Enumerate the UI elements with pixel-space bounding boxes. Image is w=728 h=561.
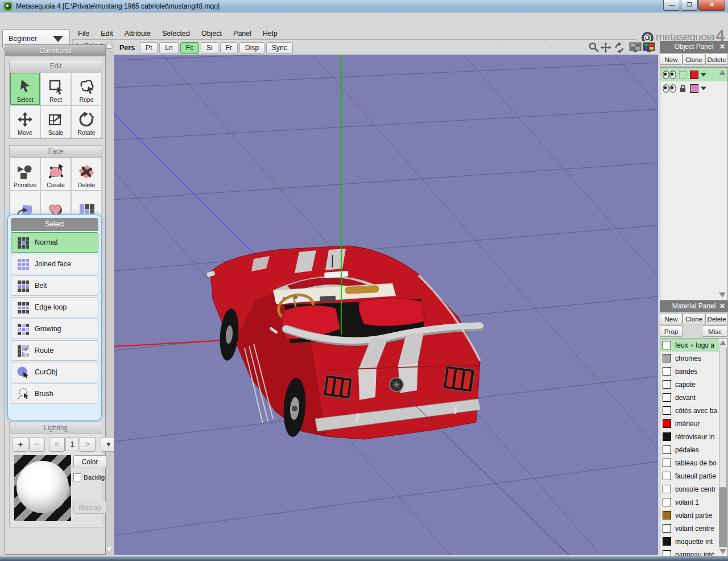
scrollbar-thumb[interactable]: [719, 348, 727, 488]
scroll-up-icon[interactable]: [719, 70, 726, 75]
object-delete-button[interactable]: Delete: [705, 53, 728, 65]
scroll-down-icon[interactable]: [719, 549, 726, 554]
material-scrollbar[interactable]: [718, 339, 727, 556]
object-clone-button[interactable]: Clone: [682, 53, 705, 65]
popup-item-route[interactable]: Route: [11, 340, 98, 361]
view-mode-button[interactable]: Pers: [119, 41, 135, 55]
popup-item-belt[interactable]: Belt: [11, 275, 98, 296]
toolbar-fc[interactable]: Fc: [180, 42, 199, 54]
delete-face-button[interactable]: Delete: [71, 158, 102, 191]
menu-edit[interactable]: Edit: [95, 28, 119, 39]
material-new-button[interactable]: New: [660, 313, 682, 324]
popup-item-brush[interactable]: Brush: [11, 383, 98, 404]
material-row[interactable]: moquette int: [660, 535, 719, 548]
orbit-icon[interactable]: [616, 42, 623, 53]
popup-item-joined-face[interactable]: Joined face: [11, 254, 98, 274]
maximize-button[interactable]: ❐: [681, 0, 698, 11]
menu-file[interactable]: File: [72, 28, 95, 39]
matcap-button[interactable]: Matcap: [73, 501, 106, 514]
menu-attribute[interactable]: Attribute: [119, 28, 157, 39]
select-button[interactable]: Select: [10, 72, 40, 105]
popup-item-edge-loop[interactable]: Edge loop: [11, 297, 98, 317]
toolbar-pt[interactable]: Pt: [140, 42, 158, 54]
light-next-button[interactable]: >: [80, 437, 96, 452]
light-prev-button[interactable]: <: [49, 437, 65, 452]
scroll-down-icon[interactable]: [719, 292, 726, 298]
material-row[interactable]: console centr: [660, 482, 719, 496]
material-row[interactable]: chromes: [660, 352, 719, 365]
toolbar-sync[interactable]: Sync: [266, 42, 293, 54]
object-panel-close-icon[interactable]: ✕: [719, 41, 725, 53]
toolbar-si[interactable]: Si: [201, 42, 218, 54]
menu-selected[interactable]: Selected: [156, 28, 196, 39]
object-row[interactable]: [660, 68, 727, 81]
material-row[interactable]: intérieur: [660, 417, 719, 430]
material-row[interactable]: côtés avec ba: [660, 404, 719, 417]
close-button[interactable]: ✕: [698, 0, 725, 11]
material-row[interactable]: bandes: [660, 365, 719, 378]
menu-panel[interactable]: Panel: [228, 28, 257, 39]
rect-button[interactable]: Rect: [40, 72, 71, 105]
popup-item-growing[interactable]: Growing: [11, 319, 98, 339]
edge-loop-icon: [16, 301, 29, 314]
zoom-icon[interactable]: [590, 43, 598, 52]
visibility-eyes-icon[interactable]: [662, 84, 677, 93]
object-color-swatch[interactable]: [690, 84, 698, 93]
chevron-down-icon: [53, 36, 63, 42]
material-row[interactable]: volant 1: [660, 496, 719, 509]
rope-button[interactable]: Rope: [71, 72, 102, 105]
light-index-field[interactable]: 1: [65, 438, 79, 451]
material-row[interactable]: tableau de bo: [660, 456, 719, 469]
object-color-swatch[interactable]: [690, 71, 698, 79]
light-add-button[interactable]: +: [13, 437, 28, 452]
create-face-button[interactable]: Create: [40, 158, 71, 191]
object-row[interactable]: [660, 81, 727, 95]
toolbar-disp[interactable]: Disp: [239, 42, 264, 54]
material-row[interactable]: devant: [660, 391, 719, 404]
chevron-down-icon[interactable]: [701, 73, 706, 76]
material-row[interactable]: feux + logo a: [660, 339, 719, 352]
pan-icon[interactable]: [601, 42, 611, 53]
material-misc-button[interactable]: Misc: [702, 325, 728, 337]
toolbar-fr[interactable]: Fr: [220, 42, 238, 54]
taillight-right: [443, 366, 474, 393]
scrollbar-track[interactable]: [719, 488, 727, 547]
lock-icon[interactable]: [679, 84, 686, 93]
primitive-button[interactable]: Primitive: [10, 158, 40, 191]
menu-help[interactable]: Help: [257, 28, 283, 39]
unlock-placeholder-icon[interactable]: [679, 71, 686, 79]
move-button[interactable]: Move: [10, 105, 40, 138]
scale-button[interactable]: Scale: [40, 105, 71, 138]
material-row[interactable]: rétroviseur in: [660, 430, 719, 443]
material-row[interactable]: volant centre: [660, 522, 719, 535]
light-color-button[interactable]: Color: [73, 455, 106, 468]
visibility-eyes-icon[interactable]: [662, 71, 677, 79]
material-prop-button[interactable]: Prop: [660, 325, 682, 337]
viewport-3d[interactable]: [114, 55, 658, 555]
toolbar-ln[interactable]: Ln: [159, 42, 178, 54]
material-clone-button[interactable]: Clone: [682, 313, 705, 324]
popup-item-normal[interactable]: Normal: [11, 232, 98, 253]
material-row[interactable]: fauteuil partie: [660, 469, 719, 482]
light-preview[interactable]: [14, 455, 71, 521]
minimize-button[interactable]: —: [663, 0, 680, 11]
quad-view-icon[interactable]: [643, 43, 655, 52]
chevron-down-icon[interactable]: [701, 86, 706, 90]
light-remove-button[interactable]: −: [29, 437, 45, 452]
material-row[interactable]: volant partie: [660, 509, 719, 522]
material-row[interactable]: pédales: [660, 443, 719, 456]
scroll-up-icon[interactable]: [719, 340, 726, 345]
menu-object[interactable]: Object: [196, 28, 228, 39]
material-panel-close-icon[interactable]: ✕: [719, 300, 725, 312]
material-row[interactable]: capote: [660, 378, 719, 391]
object-new-button[interactable]: New: [660, 53, 682, 65]
single-view-icon[interactable]: [630, 43, 641, 52]
popup-item-curobj[interactable]: CurObj: [11, 362, 98, 382]
material-delete-button[interactable]: Delete: [705, 313, 728, 324]
backlight-checkbox[interactable]: Backlig: [73, 473, 107, 481]
rotate-button[interactable]: Rotate: [71, 105, 102, 138]
scroll-down-icon[interactable]: [106, 547, 112, 552]
scroll-up-icon[interactable]: [106, 43, 112, 48]
car-model[interactable]: [206, 246, 481, 439]
material-row[interactable]: panneau inté: [660, 548, 719, 556]
